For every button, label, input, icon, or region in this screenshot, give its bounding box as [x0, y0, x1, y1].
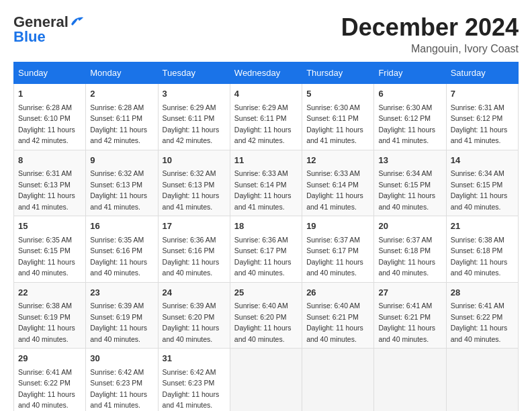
day-number: 20: [378, 220, 441, 233]
day-number: 11: [234, 154, 298, 167]
calendar-cell: 15Sunrise: 6:35 AMSunset: 6:15 PMDayligh…: [14, 216, 86, 283]
calendar-table: SundayMondayTuesdayWednesdayThursdayFrid…: [13, 62, 519, 411]
day-info: Sunrise: 6:41 AMSunset: 6:22 PMDaylight:…: [18, 368, 75, 410]
calendar-cell: [230, 349, 302, 412]
day-number: 2: [90, 87, 153, 101]
weekday-header-saturday: Saturday: [446, 62, 518, 84]
day-number: 17: [163, 220, 226, 233]
calendar-cell: [446, 349, 518, 412]
location-title: Mangouin, Ivory Coast: [341, 43, 519, 55]
calendar-cell: 10Sunrise: 6:32 AMSunset: 6:13 PMDayligh…: [158, 150, 230, 216]
calendar-cell: 14Sunrise: 6:34 AMSunset: 6:15 PMDayligh…: [446, 150, 518, 216]
calendar-week-row: 29Sunrise: 6:41 AMSunset: 6:22 PMDayligh…: [14, 349, 519, 412]
calendar-cell: [374, 349, 446, 412]
calendar-week-row: 8Sunrise: 6:31 AMSunset: 6:13 PMDaylight…: [14, 150, 519, 216]
day-number: 22: [18, 286, 81, 300]
day-info: Sunrise: 6:42 AMSunset: 6:23 PMDaylight:…: [163, 368, 220, 410]
day-info: Sunrise: 6:41 AMSunset: 6:22 PMDaylight:…: [451, 302, 508, 343]
day-info: Sunrise: 6:38 AMSunset: 6:19 PMDaylight:…: [18, 302, 75, 343]
calendar-cell: 5Sunrise: 6:30 AMSunset: 6:11 PMDaylight…: [302, 84, 374, 150]
calendar-week-row: 22Sunrise: 6:38 AMSunset: 6:19 PMDayligh…: [14, 282, 519, 349]
day-info: Sunrise: 6:34 AMSunset: 6:15 PMDaylight:…: [378, 169, 435, 211]
day-info: Sunrise: 6:29 AMSunset: 6:11 PMDaylight:…: [234, 103, 292, 145]
calendar-week-row: 1Sunrise: 6:28 AMSunset: 6:10 PMDaylight…: [14, 84, 519, 150]
day-number: 14: [451, 154, 514, 167]
calendar-cell: 6Sunrise: 6:30 AMSunset: 6:12 PMDaylight…: [374, 84, 446, 150]
calendar-cell: 26Sunrise: 6:40 AMSunset: 6:21 PMDayligh…: [302, 282, 374, 349]
day-number: 16: [90, 220, 153, 233]
page-header: General Blue December 2024 Mangouin, Ivo…: [13, 13, 519, 55]
day-number: 30: [90, 352, 153, 365]
weekday-header-thursday: Thursday: [302, 62, 374, 84]
calendar-cell: 17Sunrise: 6:36 AMSunset: 6:16 PMDayligh…: [158, 216, 230, 283]
day-number: 18: [234, 220, 298, 233]
weekday-header-tuesday: Tuesday: [158, 62, 230, 84]
calendar-cell: 27Sunrise: 6:41 AMSunset: 6:21 PMDayligh…: [374, 282, 446, 349]
day-info: Sunrise: 6:29 AMSunset: 6:11 PMDaylight:…: [163, 103, 220, 145]
day-number: 29: [18, 352, 81, 365]
calendar-cell: 7Sunrise: 6:31 AMSunset: 6:12 PMDaylight…: [446, 84, 518, 150]
calendar-cell: 29Sunrise: 6:41 AMSunset: 6:22 PMDayligh…: [14, 349, 86, 412]
day-info: Sunrise: 6:40 AMSunset: 6:20 PMDaylight:…: [234, 302, 292, 343]
day-info: Sunrise: 6:35 AMSunset: 6:15 PMDaylight:…: [18, 236, 75, 277]
calendar-cell: 8Sunrise: 6:31 AMSunset: 6:13 PMDaylight…: [14, 150, 86, 216]
calendar-cell: 31Sunrise: 6:42 AMSunset: 6:23 PMDayligh…: [158, 349, 230, 412]
calendar-cell: 22Sunrise: 6:38 AMSunset: 6:19 PMDayligh…: [14, 282, 86, 349]
day-number: 24: [163, 286, 226, 300]
month-title: December 2024: [341, 13, 519, 42]
calendar-cell: 19Sunrise: 6:37 AMSunset: 6:17 PMDayligh…: [302, 216, 374, 283]
weekday-header-monday: Monday: [86, 62, 158, 84]
calendar-cell: 11Sunrise: 6:33 AMSunset: 6:14 PMDayligh…: [230, 150, 302, 216]
weekday-header-wednesday: Wednesday: [230, 62, 302, 84]
logo: General Blue: [13, 13, 85, 46]
day-number: 25: [234, 286, 298, 300]
calendar-cell: 9Sunrise: 6:32 AMSunset: 6:13 PMDaylight…: [86, 150, 158, 216]
calendar-cell: 1Sunrise: 6:28 AMSunset: 6:10 PMDaylight…: [14, 84, 86, 150]
day-info: Sunrise: 6:28 AMSunset: 6:11 PMDaylight:…: [90, 103, 147, 145]
day-number: 10: [163, 154, 226, 167]
calendar-header-row: SundayMondayTuesdayWednesdayThursdayFrid…: [14, 62, 519, 84]
day-info: Sunrise: 6:39 AMSunset: 6:19 PMDaylight:…: [90, 302, 147, 343]
day-info: Sunrise: 6:32 AMSunset: 6:13 PMDaylight:…: [90, 169, 147, 211]
day-info: Sunrise: 6:33 AMSunset: 6:14 PMDaylight:…: [234, 169, 292, 211]
calendar-cell: 12Sunrise: 6:33 AMSunset: 6:14 PMDayligh…: [302, 150, 374, 216]
day-info: Sunrise: 6:28 AMSunset: 6:10 PMDaylight:…: [18, 103, 75, 145]
day-info: Sunrise: 6:34 AMSunset: 6:15 PMDaylight:…: [451, 169, 508, 211]
day-number: 19: [306, 220, 369, 233]
weekday-header-friday: Friday: [374, 62, 446, 84]
day-info: Sunrise: 6:35 AMSunset: 6:16 PMDaylight:…: [90, 236, 147, 277]
day-number: 5: [306, 87, 369, 101]
day-number: 4: [234, 87, 298, 101]
day-number: 8: [18, 154, 81, 167]
day-number: 26: [306, 286, 369, 300]
day-number: 7: [451, 87, 514, 101]
day-number: 15: [18, 220, 81, 233]
calendar-cell: 4Sunrise: 6:29 AMSunset: 6:11 PMDaylight…: [230, 84, 302, 150]
calendar-cell: 23Sunrise: 6:39 AMSunset: 6:19 PMDayligh…: [86, 282, 158, 349]
day-number: 12: [306, 154, 369, 167]
day-number: 6: [378, 87, 441, 101]
calendar-cell: 20Sunrise: 6:37 AMSunset: 6:18 PMDayligh…: [374, 216, 446, 283]
day-info: Sunrise: 6:30 AMSunset: 6:11 PMDaylight:…: [306, 103, 363, 145]
calendar-cell: 24Sunrise: 6:39 AMSunset: 6:20 PMDayligh…: [158, 282, 230, 349]
day-info: Sunrise: 6:41 AMSunset: 6:21 PMDaylight:…: [378, 302, 435, 343]
day-number: 9: [90, 154, 153, 167]
calendar-cell: 3Sunrise: 6:29 AMSunset: 6:11 PMDaylight…: [158, 84, 230, 150]
logo-bird-icon: [70, 15, 85, 27]
day-number: 28: [451, 286, 514, 300]
day-info: Sunrise: 6:36 AMSunset: 6:16 PMDaylight:…: [163, 236, 220, 277]
calendar-cell: 13Sunrise: 6:34 AMSunset: 6:15 PMDayligh…: [374, 150, 446, 216]
day-info: Sunrise: 6:37 AMSunset: 6:17 PMDaylight:…: [306, 236, 363, 277]
day-number: 13: [378, 154, 441, 167]
day-info: Sunrise: 6:30 AMSunset: 6:12 PMDaylight:…: [378, 103, 435, 145]
day-number: 21: [451, 220, 514, 233]
day-info: Sunrise: 6:36 AMSunset: 6:17 PMDaylight:…: [234, 236, 292, 277]
day-number: 31: [163, 352, 226, 365]
calendar-cell: 30Sunrise: 6:42 AMSunset: 6:23 PMDayligh…: [86, 349, 158, 412]
day-number: 3: [163, 87, 226, 101]
calendar-cell: [302, 349, 374, 412]
day-info: Sunrise: 6:32 AMSunset: 6:13 PMDaylight:…: [163, 169, 220, 211]
calendar-cell: 16Sunrise: 6:35 AMSunset: 6:16 PMDayligh…: [86, 216, 158, 283]
day-info: Sunrise: 6:38 AMSunset: 6:18 PMDaylight:…: [451, 236, 508, 277]
title-section: December 2024 Mangouin, Ivory Coast: [341, 13, 519, 55]
